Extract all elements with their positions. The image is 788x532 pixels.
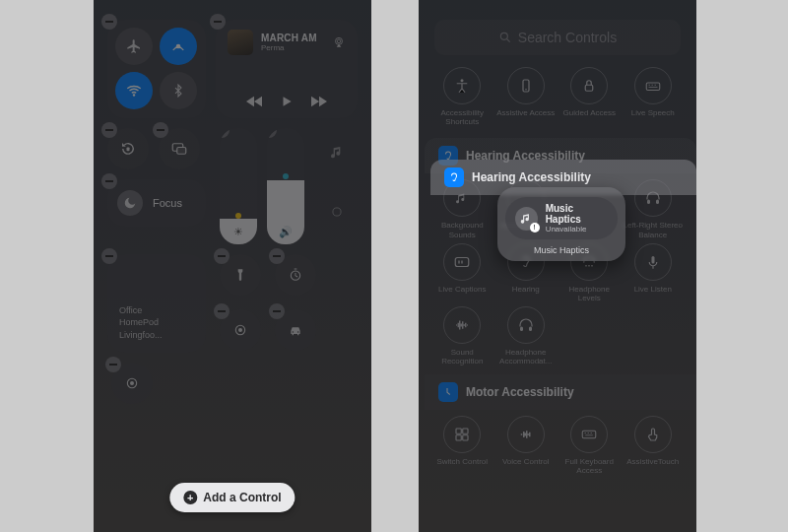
control-accessibility-shortcuts[interactable]: Accessibility Shortcuts — [432, 67, 492, 126]
search-icon — [498, 31, 512, 44]
screen-mirroring-button[interactable] — [159, 128, 200, 169]
home-line: HomePod — [119, 317, 194, 328]
control-live-speech[interactable]: Live Speech — [624, 67, 684, 126]
wifi-icon — [125, 82, 143, 100]
extra-button[interactable] — [111, 363, 153, 404]
svg-rect-24 — [651, 256, 654, 264]
remove-icon[interactable] — [269, 303, 285, 319]
add-control-label: Add a Control — [203, 491, 281, 504]
control-live-listen[interactable]: Live Listen — [624, 243, 684, 302]
lock-icon — [580, 77, 598, 95]
remove-icon[interactable] — [210, 14, 226, 30]
search-placeholder: Search Controls — [518, 30, 617, 45]
remove-icon[interactable] — [214, 303, 230, 319]
remove-icon[interactable] — [101, 14, 117, 30]
flashlight-button[interactable] — [220, 254, 261, 296]
grid-icon — [453, 426, 471, 443]
remove-icon[interactable] — [269, 248, 285, 264]
timer-button[interactable] — [275, 254, 316, 296]
assistive-access-icon — [517, 77, 535, 95]
home-line: Livingfoo... — [119, 330, 194, 341]
add-control-button[interactable]: + Add a Control — [169, 483, 295, 512]
svg-rect-21 — [647, 200, 650, 205]
mic-icon — [644, 253, 662, 271]
focus-label: Focus — [153, 197, 182, 209]
control-full-keyboard-access[interactable]: Full Keyboard Access — [559, 416, 620, 475]
connectivity-tile[interactable] — [107, 20, 206, 118]
control-voice-control[interactable]: Voice Control — [496, 416, 557, 475]
plus-icon: + — [183, 491, 197, 504]
wifi-toggle[interactable] — [115, 72, 153, 109]
control-live-captions[interactable]: Live Captions — [432, 243, 492, 302]
control-switch-control[interactable]: Switch Control — [432, 416, 492, 475]
search-input[interactable]: Search Controls — [434, 20, 681, 55]
now-playing-tile[interactable]: MARCH AM Perma — [216, 20, 358, 118]
speaker-icon: 🔊 — [267, 226, 304, 238]
camera-button[interactable] — [220, 309, 261, 351]
volume-slider[interactable]: 🔊 — [267, 128, 304, 244]
accessibility-icon — [453, 77, 471, 95]
timer-icon — [288, 267, 303, 283]
shazam-button[interactable] — [275, 309, 316, 351]
remove-icon[interactable] — [105, 357, 121, 372]
remove-icon[interactable] — [101, 122, 117, 138]
controls-gallery-screen: Search Controls Accessibility Shortcuts … — [419, 0, 696, 532]
control-guided-access[interactable]: Guided Access — [559, 67, 620, 126]
remove-icon[interactable] — [153, 122, 168, 138]
bluetooth-toggle[interactable] — [160, 72, 197, 109]
svg-rect-25 — [520, 327, 523, 332]
orientation-lock-button[interactable] — [107, 128, 149, 169]
headphones-adjust-icon — [517, 316, 535, 334]
home-tile[interactable]: Office HomePod Livingfoo... — [107, 254, 206, 353]
svg-point-12 — [297, 331, 299, 333]
control-headphone-accommodations[interactable]: Headphone Accommodat... — [496, 306, 557, 366]
remove-icon[interactable] — [267, 128, 277, 138]
top-controls-row: Accessibility Shortcuts Assistive Access… — [419, 67, 696, 126]
popover-caption: Music Haptics — [534, 245, 589, 255]
next-track-button[interactable] — [311, 96, 327, 107]
music-haptics-pill[interactable]: ! Music Haptics Unavailable — [505, 197, 618, 239]
warning-badge-icon: ! — [530, 223, 540, 233]
airdrop-toggle[interactable] — [160, 28, 197, 65]
svg-point-11 — [293, 331, 295, 333]
previous-track-button[interactable] — [246, 96, 262, 107]
control-sound-recognition[interactable]: Sound Recognition — [432, 306, 492, 366]
svg-point-10 — [238, 328, 242, 332]
svg-rect-22 — [656, 200, 659, 205]
brightness-slider[interactable]: ☀ — [220, 128, 257, 244]
svg-rect-4 — [127, 148, 130, 152]
remove-icon[interactable] — [101, 173, 117, 189]
moon-icon — [117, 190, 143, 216]
empty-slot[interactable] — [316, 187, 358, 236]
control-assistive-touch[interactable]: AssistiveTouch — [624, 416, 684, 475]
remove-icon[interactable] — [101, 248, 117, 264]
svg-rect-20 — [646, 83, 660, 91]
circle-icon — [330, 205, 344, 219]
svg-point-18 — [525, 89, 527, 91]
play-button[interactable] — [280, 95, 294, 108]
remove-icon[interactable] — [220, 128, 230, 138]
popover-title: Music Haptics — [546, 203, 608, 225]
music-haptics-icon: ! — [515, 207, 538, 231]
empty-slot[interactable] — [316, 128, 358, 177]
remove-icon[interactable] — [214, 248, 230, 264]
ear-badge-icon — [444, 167, 464, 187]
motor-controls-grid: Switch Control Voice Control Full Keyboa… — [419, 416, 696, 475]
airplay-icon[interactable] — [332, 35, 346, 49]
media-title: MARCH AM — [261, 33, 317, 43]
svg-rect-27 — [456, 429, 461, 433]
record-icon — [124, 375, 140, 391]
waveform-icon — [453, 316, 471, 334]
control-center-edit-screen: MARCH AM Perma — [94, 0, 371, 532]
keyboard-icon — [580, 426, 598, 443]
bluetooth-icon — [171, 84, 185, 98]
orientation-lock-icon — [119, 140, 137, 158]
airplane-mode-toggle[interactable] — [115, 28, 153, 65]
svg-rect-31 — [583, 431, 597, 438]
focus-tile[interactable]: Focus — [107, 179, 206, 227]
motor-accessibility-header: Motor Accessibility — [425, 374, 696, 410]
svg-rect-30 — [463, 434, 468, 439]
music-haptics-popover[interactable]: ! Music Haptics Unavailable Music Haptic… — [497, 187, 625, 261]
control-assistive-access[interactable]: Assistive Access — [496, 67, 557, 126]
car-icon — [288, 322, 303, 338]
